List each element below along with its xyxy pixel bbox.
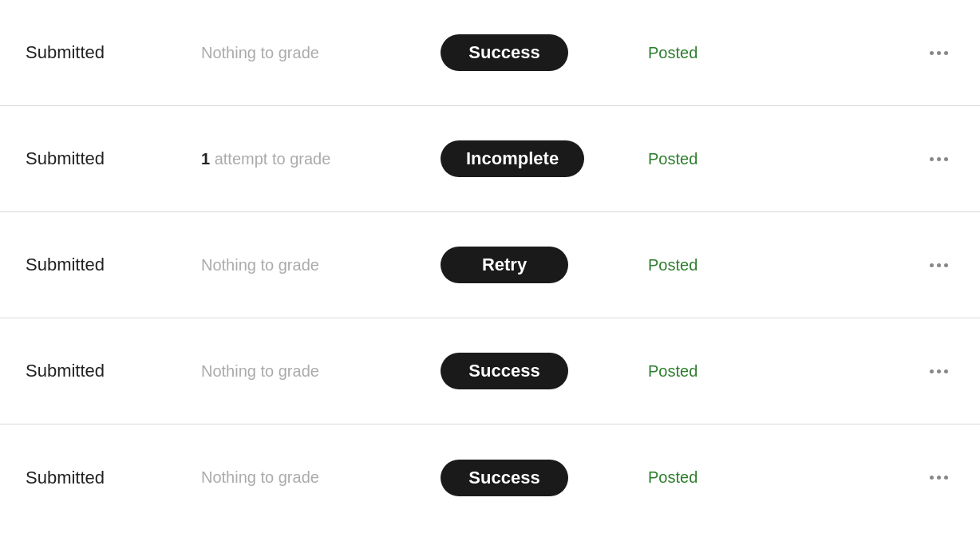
grade-info: Nothing to grade	[201, 256, 441, 274]
posted-status: Posted	[648, 150, 808, 168]
table-row: SubmittedNothing to gradeSuccessPosted	[0, 318, 980, 424]
ellipsis-dot	[937, 476, 941, 480]
table-row: SubmittedNothing to gradeSuccessPosted	[0, 0, 980, 106]
row-actions	[808, 151, 954, 168]
posted-status: Posted	[648, 44, 808, 62]
submission-status: Submitted	[26, 148, 201, 169]
row-actions	[808, 45, 954, 61]
ellipsis-dot	[930, 263, 934, 267]
submission-status: Submitted	[26, 42, 201, 63]
ellipsis-dot	[944, 51, 948, 55]
ellipsis-dot	[937, 263, 941, 267]
posted-status: Posted	[648, 468, 808, 487]
more-options-button[interactable]	[923, 257, 954, 274]
ellipsis-dot	[937, 369, 941, 373]
ellipsis-dot	[930, 369, 934, 373]
table-row: SubmittedNothing to gradeRetryPosted	[0, 212, 980, 318]
badge-container: Success	[441, 460, 648, 496]
more-options-button[interactable]	[923, 363, 954, 380]
ellipsis-dot	[930, 51, 934, 55]
badge-container: Success	[441, 34, 648, 71]
more-options-button[interactable]	[923, 151, 954, 168]
status-badge[interactable]: Success	[441, 353, 568, 389]
posted-status: Posted	[648, 362, 808, 381]
grade-info: Nothing to grade	[201, 468, 441, 487]
badge-container: Retry	[441, 247, 648, 283]
ellipsis-dot	[944, 369, 948, 373]
ellipsis-dot	[930, 476, 934, 480]
status-badge[interactable]: Incomplete	[441, 140, 584, 177]
status-badge[interactable]: Retry	[441, 247, 568, 283]
badge-container: Success	[441, 353, 648, 389]
more-options-button[interactable]	[923, 45, 954, 61]
row-actions	[808, 363, 954, 380]
submissions-table: SubmittedNothing to gradeSuccessPostedSu…	[0, 0, 980, 531]
table-row: Submitted1 attempt to gradeIncompletePos…	[0, 106, 980, 212]
badge-container: Incomplete	[441, 140, 648, 177]
submission-status: Submitted	[26, 468, 201, 488]
ellipsis-dot	[937, 157, 941, 161]
more-options-button[interactable]	[923, 469, 954, 486]
submission-status: Submitted	[26, 361, 201, 381]
status-badge[interactable]: Success	[441, 34, 568, 71]
status-badge[interactable]: Success	[441, 460, 568, 496]
row-actions	[808, 257, 954, 274]
grade-info: Nothing to grade	[201, 362, 441, 381]
submission-status: Submitted	[26, 255, 201, 275]
row-actions	[808, 469, 954, 486]
grade-info: Nothing to grade	[201, 44, 441, 62]
grade-info: 1 attempt to grade	[201, 150, 441, 168]
ellipsis-dot	[930, 157, 934, 161]
grade-info-text: attempt to grade	[210, 150, 330, 168]
ellipsis-dot	[944, 476, 948, 480]
ellipsis-dot	[944, 157, 948, 161]
posted-status: Posted	[648, 256, 808, 274]
ellipsis-dot	[937, 51, 941, 55]
ellipsis-dot	[944, 263, 948, 267]
table-row: SubmittedNothing to gradeSuccessPosted	[0, 424, 980, 531]
attempt-count: 1	[201, 150, 210, 168]
